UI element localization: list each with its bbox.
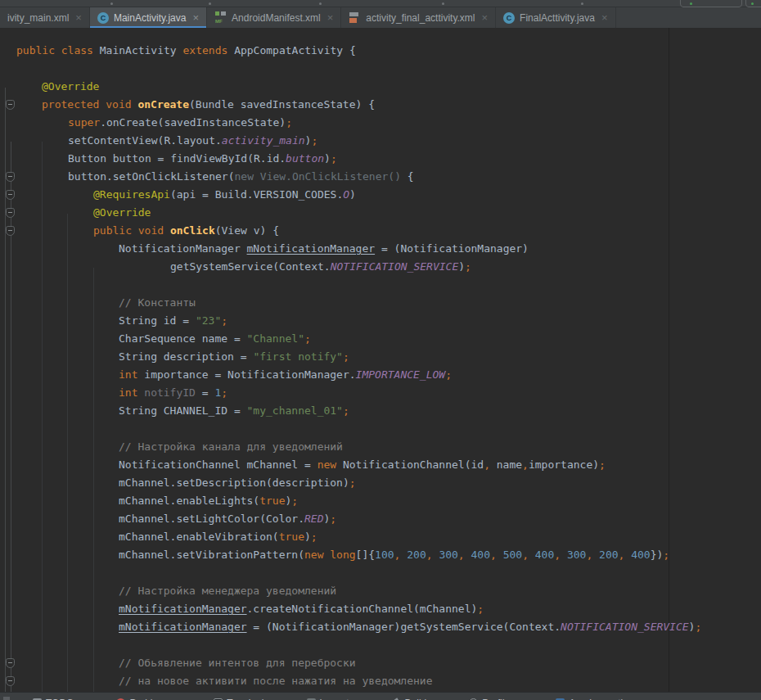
tool-window-button-terminal[interactable]: Terminal [214,698,263,700]
code-line: super.onCreate(savedInstanceState); [0,114,761,132]
tool-window-label: Build [405,698,427,700]
tool-window-button-app-inspection[interactable]: App Inspection [556,698,633,700]
code-line [0,276,761,294]
editor-tab-bar: ivity_main.xml×CMainActivity.java×Androi… [0,7,761,29]
code-line: mNotificationManager.createNotificationC… [0,600,761,618]
tool-window-button-problems[interactable]: Problems [116,698,171,700]
ide-window: ivity_main.xml×CMainActivity.java×Androi… [0,0,761,700]
code-editor[interactable]: public class MainActivity extends AppCom… [0,28,761,692]
code-line: // Настройка канала для уведомлений [0,438,761,456]
fold-collapse-icon[interactable] [6,658,15,668]
code-line: public class MainActivity extends AppCom… [0,42,761,60]
tab-label: activity_final_acttivity.xml [366,12,475,24]
code-line: String id = "23"; [0,312,761,330]
toolbar-icon-fragment [110,2,113,5]
code-line: int importance = NotificationManager.IMP… [0,366,761,384]
tab-close-icon[interactable]: × [601,12,608,23]
layout-xml-icon [349,11,361,24]
tab-close-icon[interactable]: × [192,12,199,23]
code-line [0,564,761,582]
tool-window-bar: TODOProblemsTerminalLogcatBuildProfilerA… [0,692,761,700]
editor-tab-finalacttivity-java[interactable]: CFinalActtivity.java× [496,7,615,28]
code-line: NotificationManager mNotificationManager… [0,240,761,258]
fold-collapse-icon[interactable] [6,172,15,182]
code-line: String description = "first notify"; [0,348,761,366]
code-line: Button button = findViewById(R.id.button… [0,150,761,168]
code-line: getSystemService(Context.NOTIFICATION_SE… [0,258,761,276]
code-line: setContentView(R.layout.activity_main); [0,132,761,150]
tab-close-icon[interactable]: × [327,12,334,23]
tab-label: AndroidManifest.xml [232,12,321,24]
tool-window-button-todo[interactable]: TODO [33,698,74,700]
editor-tab-activity-final-acttivity-xml[interactable]: activity_final_acttivity.xml× [341,7,496,28]
tool-window-label: Logcat [320,698,349,700]
code-line: // Константы [0,294,761,312]
code-line: mChannel.setDescription(description); [0,474,761,492]
code-line: NotificationChannel mChannel = new Notif… [0,456,761,474]
code-line: // Настройка менеджера уведомлений [0,582,761,600]
fold-collapse-icon[interactable] [6,208,15,218]
code-line: mChannel.enableVibration(true); [0,528,761,546]
class-icon: C [97,12,109,24]
code-line: @RequiresApi(api = Build.VERSION_CODES.O… [0,186,761,204]
fold-collapse-icon[interactable] [6,226,15,236]
run-icon [751,2,754,5]
code-line: mChannel.setVibrationPattern(new long[]{… [0,546,761,564]
manifest-icon [214,11,227,24]
code-line: int notifyID = 1; [0,384,761,402]
code-line: button.setOnClickListener(new View.OnCli… [0,168,761,186]
code-line [0,420,761,438]
tab-close-icon[interactable]: × [75,12,82,23]
toolbar-icon-fragment [209,2,211,5]
fold-collapse-icon[interactable] [6,100,15,110]
code-line: CharSequence name = "Channel"; [0,330,761,348]
toolbar-icon-fragment [581,2,583,5]
tab-label: ivity_main.xml [7,12,69,24]
code-line: String CHANNEL_ID = "my_channel_01"; [0,402,761,420]
tab-close-icon[interactable]: × [482,12,489,23]
tool-window-label: TODO [46,698,74,700]
code-line: @Override [0,204,761,222]
tool-window-button-logcat[interactable]: Logcat [307,698,349,700]
code-line: mChannel.setLightColor(Color.RED); [0,510,761,528]
tool-window-label: Problems [129,698,171,700]
code-line: public void onClick(View v) { [0,222,761,240]
tool-window-label: Terminal [227,698,263,700]
code-line: protected void onCreate(Bundle savedInst… [0,96,761,114]
tool-window-button-build[interactable]: Build [392,698,427,700]
fold-collapse-icon[interactable] [6,190,15,200]
tab-label: MainActivity.java [114,12,186,24]
code-line: @Override [0,78,761,96]
code-line [0,636,761,654]
code-line: // на новое активити после нажатия на ув… [0,672,761,690]
code-line: mNotificationManager = (NotificationMana… [0,618,761,636]
tool-window-icon-fragment [3,697,10,700]
tool-window-button-profiler[interactable]: Profiler [469,698,513,700]
editor-tab-androidmanifest-xml[interactable]: AndroidManifest.xml× [207,7,341,28]
run-icon [690,2,692,5]
fold-collapse-icon[interactable] [6,676,15,686]
code-line [0,60,761,78]
editor-tab-ivity-main-xml[interactable]: ivity_main.xml× [0,7,90,28]
toolbar-icon-fragment [319,2,322,5]
main-toolbar-strip [0,0,761,7]
tool-window-label: Profiler [482,698,513,700]
code-line: // Обьявление интентов для переброски [0,654,761,672]
toolbar-icon-fragment [442,2,444,5]
tool-window-label: App Inspection [569,698,633,700]
tab-label: FinalActtivity.java [520,12,595,24]
code-line: mChannel.enableLights(true); [0,492,761,510]
editor-tab-mainactivity-java[interactable]: CMainActivity.java× [90,7,207,28]
class-icon: C [503,12,515,24]
code-content: public class MainActivity extends AppCom… [0,42,761,690]
